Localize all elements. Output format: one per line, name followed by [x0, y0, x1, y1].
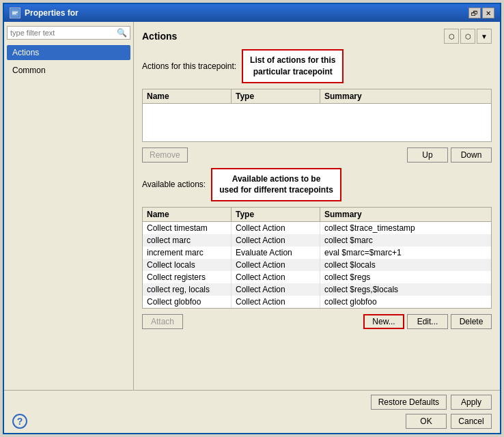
table-cell-summary: eval $marc=$marc+1 [320, 246, 491, 259]
nav-forward-button[interactable]: ⬡ [460, 29, 475, 44]
filter-box[interactable]: 🔍 [7, 26, 130, 40]
svg-rect-2 [12, 14, 16, 15]
toolbar-icons: ⬡ ⬡ ▼ [444, 29, 492, 44]
restore-defaults-button[interactable]: Restore Defaults [371, 395, 447, 410]
bottom-table-body[interactable]: Collect timestamCollect Actioncollect $t… [143, 222, 491, 308]
dialog-title: Properties for [25, 8, 79, 18]
table-row[interactable]: Collect localsCollect Actioncollect $loc… [143, 259, 491, 271]
main-content: Actions ⬡ ⬡ ▼ Actions for this tracepoin… [134, 22, 500, 390]
properties-dialog: Properties for 🗗 ✕ 🔍 Actions Common Ac [3, 3, 501, 434]
table-row[interactable]: increment marcEvaluate Actioneval $marc=… [143, 246, 491, 259]
section-header: Actions ⬡ ⬡ ▼ [142, 29, 492, 44]
table-cell-type: Collect Action [232, 271, 320, 283]
filter-clear-icon: 🔍 [117, 28, 127, 38]
help-icon[interactable]: ? [12, 414, 27, 429]
table-row[interactable]: Collect globfooCollect Actioncollect glo… [143, 296, 491, 308]
table-cell-summary: collect $trace_timestamp [320, 222, 491, 234]
table-cell-type: Collect Action [232, 296, 320, 308]
table-cell-name: Collect timestam [143, 222, 232, 234]
col-type-bot: Type [232, 208, 320, 221]
available-actions-label: Available actions: [142, 180, 206, 189]
actions-table-top: Name Type Summary [142, 89, 492, 142]
footer-row1: Restore Defaults Apply [12, 395, 492, 410]
up-down-group: Up Down [407, 147, 492, 163]
ok-button[interactable]: OK [406, 414, 447, 429]
remove-updown-row: Remove Up Down [142, 147, 492, 163]
filter-input[interactable] [10, 29, 117, 37]
delete-button[interactable]: Delete [451, 314, 492, 329]
action-buttons-row: Attach New... Edit... Delete [142, 314, 492, 329]
table-cell-type: Collect Action [232, 234, 320, 246]
table-cell-name: increment marc [143, 246, 232, 259]
col-summary-bot: Summary [320, 208, 491, 221]
restore-button[interactable]: 🗗 [468, 8, 481, 18]
actions-for-row: Actions for this tracepoint: List of act… [142, 49, 492, 83]
edit-button[interactable]: Edit... [407, 314, 448, 329]
footer-row2: ? OK Cancel [12, 414, 492, 429]
remove-button[interactable]: Remove [142, 147, 188, 163]
table-cell-name: Collect globfoo [143, 296, 232, 308]
apply-button[interactable]: Apply [451, 395, 492, 410]
table-cell-type: Collect Action [232, 283, 320, 296]
table-row[interactable]: Collect registersCollect Actioncollect $… [143, 271, 491, 283]
table-cell-type: Evaluate Action [232, 246, 320, 259]
title-bar-buttons: 🗗 ✕ [468, 8, 494, 18]
table-cell-summary: collect $regs [320, 271, 491, 283]
callout-top: List of actions for this particular trac… [242, 49, 344, 83]
table-cell-type: Collect Action [232, 259, 320, 271]
top-table-header: Name Type Summary [143, 89, 491, 104]
nav-back-button[interactable]: ⬡ [444, 29, 459, 44]
table-cell-name: Collect registers [143, 271, 232, 283]
menu-button[interactable]: ▼ [477, 29, 492, 44]
dialog-footer: Restore Defaults Apply ? OK Cancel [4, 390, 500, 433]
attach-button[interactable]: Attach [142, 314, 183, 329]
table-cell-name: collect marc [143, 234, 232, 246]
up-button[interactable]: Up [407, 147, 448, 163]
available-actions-table: Name Type Summary Collect timestamCollec… [142, 207, 492, 309]
sidebar-item-actions[interactable]: Actions [7, 45, 130, 60]
table-row[interactable]: Collect timestamCollect Actioncollect $t… [143, 222, 491, 234]
sidebar: 🔍 Actions Common [4, 22, 134, 390]
col-type-top: Type [232, 89, 320, 103]
table-cell-summary: collect $locals [320, 259, 491, 271]
col-name-top: Name [143, 89, 232, 103]
svg-rect-1 [12, 12, 18, 13]
svg-rect-0 [11, 9, 19, 17]
new-edit-delete-group: New... Edit... Delete [363, 314, 492, 329]
callout-bottom: Available actions to be used for differe… [211, 168, 341, 202]
col-summary-top: Summary [320, 89, 491, 103]
table-cell-name: collect reg, locals [143, 283, 232, 296]
table-cell-summary: collect $regs,$locals [320, 283, 491, 296]
table-row[interactable]: collect reg, localsCollect Actioncollect… [143, 283, 491, 296]
title-bar: Properties for 🗗 ✕ [4, 4, 500, 22]
close-button[interactable]: ✕ [482, 8, 494, 18]
table-cell-type: Collect Action [232, 222, 320, 234]
table-cell-name: Collect locals [143, 259, 232, 271]
dialog-body: 🔍 Actions Common Actions ⬡ ⬡ ▼ A [4, 22, 500, 390]
cancel-button[interactable]: Cancel [451, 414, 492, 429]
title-bar-left: Properties for [10, 8, 79, 18]
actions-for-label: Actions for this tracepoint: [142, 61, 236, 71]
table-cell-summary: collect globfoo [320, 296, 491, 308]
col-name-bot: Name [143, 208, 232, 221]
new-button[interactable]: New... [363, 314, 404, 329]
top-table-body[interactable] [143, 104, 491, 141]
down-button[interactable]: Down [451, 147, 492, 163]
available-actions-row: Available actions: Available actions to … [142, 168, 492, 202]
table-cell-summary: collect $marc [320, 234, 491, 246]
sidebar-item-common[interactable]: Common [7, 63, 130, 78]
section-title: Actions [142, 31, 177, 42]
table-row[interactable]: collect marcCollect Actioncollect $marc [143, 234, 491, 246]
bottom-table-header: Name Type Summary [143, 208, 491, 222]
dialog-icon [10, 8, 20, 18]
ok-cancel-row: OK Cancel [406, 414, 492, 429]
